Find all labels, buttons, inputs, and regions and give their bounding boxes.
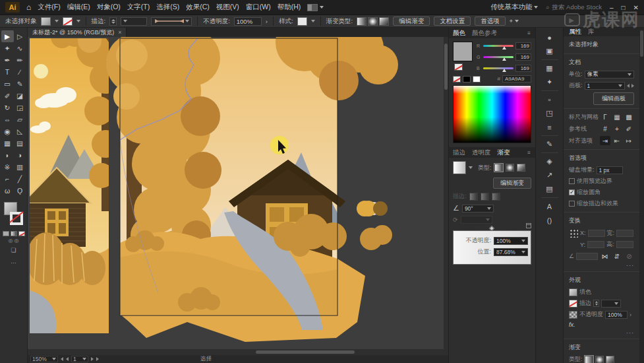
stroke-indicator[interactable] (10, 212, 23, 225)
scale-tool[interactable]: ◲ (14, 102, 26, 114)
artboard-select[interactable]: 1 (585, 82, 625, 90)
artboard-tool[interactable]: ⌐ (1, 173, 14, 185)
properties-scrollbar[interactable] (639, 28, 644, 363)
opacity-field[interactable]: 100% (234, 17, 262, 26)
zoom-level-select[interactable]: 150% (30, 356, 58, 362)
red-slider[interactable] (483, 45, 513, 47)
transform-more-options[interactable]: ··· (564, 262, 639, 269)
grid-icon[interactable]: ▦ (612, 112, 622, 121)
appearance-stroke-swatch[interactable] (569, 300, 577, 308)
appearance-fill-swatch[interactable] (569, 288, 577, 296)
appearance-more-options[interactable]: ··· (564, 329, 639, 336)
radial-gradient-button[interactable] (595, 356, 604, 363)
lasso-tool[interactable]: ∿ (14, 42, 26, 54)
red-value-field[interactable]: 169 (515, 42, 531, 50)
panel-menu-icon[interactable]: ≡ (527, 30, 531, 36)
image-trace-panel-icon[interactable]: ▦ (540, 61, 560, 75)
line-segment-tool[interactable]: ∕ (14, 66, 26, 78)
color-spectrum[interactable] (453, 85, 531, 143)
asset-export-panel-icon[interactable]: ▤ (540, 182, 560, 196)
pen-tool[interactable]: ✒ (1, 54, 14, 66)
stroke-swatch[interactable] (63, 17, 73, 26)
export-panel-icon[interactable]: ↗ (540, 168, 560, 182)
keyboard-increment-field[interactable]: 1 px (597, 166, 623, 174)
stop-location-select[interactable]: 87.68% (494, 248, 528, 256)
paintbrush-tool[interactable]: ✎ (14, 78, 26, 90)
freeform-gradient-button[interactable] (379, 17, 389, 26)
pointer-options[interactable]: ⌖ (510, 17, 519, 25)
minimize-button[interactable]: – (610, 4, 614, 11)
color-stroke-proxy[interactable] (454, 63, 463, 71)
tab-close-icon[interactable]: × (118, 29, 121, 36)
app-logo[interactable]: Ai (5, 2, 20, 13)
edit-artboards-button[interactable]: 编辑画板 (593, 92, 634, 105)
draw-normal-icon[interactable]: ◎ (9, 238, 13, 244)
hand-tool[interactable]: ω (1, 185, 14, 197)
layers-panel-icon[interactable]: ◈ (540, 154, 560, 168)
appearance-opacity-field[interactable]: 100% (605, 311, 628, 319)
rotate-angle-field[interactable] (576, 253, 598, 260)
menu-edit[interactable]: 编辑(E) (67, 3, 90, 12)
pencil-tool[interactable]: ✐ (1, 90, 14, 102)
symbol-sprayer-tool[interactable]: ※ (1, 161, 14, 173)
character-panel-icon[interactable]: A (540, 199, 560, 213)
x-field[interactable] (588, 230, 605, 237)
gradient-mode-button[interactable] (11, 231, 17, 236)
linear-gradient-button[interactable] (357, 17, 366, 26)
curvature-tool[interactable]: ✏ (14, 54, 26, 66)
next-artboard-icon[interactable] (631, 84, 634, 88)
prev-artboard-icon[interactable] (66, 357, 69, 361)
canvas[interactable] (28, 37, 448, 349)
rectangle-tool[interactable]: ▭ (1, 78, 14, 90)
black-swatch[interactable] (463, 76, 471, 82)
blue-slider[interactable] (483, 67, 513, 69)
menu-effect[interactable]: 效果(C) (186, 3, 210, 12)
rotate-tool[interactable]: ↻ (1, 102, 14, 114)
canvas-artwork[interactable] (28, 37, 448, 349)
rulers-icon[interactable]: Γ (600, 112, 610, 121)
eraser-tool[interactable]: ◪ (14, 90, 26, 102)
blue-value-field[interactable]: 169 (515, 65, 531, 72)
symbols-panel-icon[interactable]: ✦ (540, 75, 560, 89)
color-panel-icon[interactable]: ● (540, 30, 560, 44)
panel-menu-icon[interactable]: ≡ (527, 150, 531, 156)
eyedropper-tool[interactable]: ◗ (1, 149, 14, 161)
stop-opacity-select[interactable]: 100% (494, 237, 528, 245)
brushes-panel-icon[interactable]: ✎ (540, 137, 560, 151)
delete-stop-icon[interactable] (526, 223, 531, 228)
transform-panel-icon[interactable]: ▫ (540, 92, 560, 106)
radial-gradient-button[interactable] (368, 17, 378, 26)
tab-gradient[interactable]: 渐变 (498, 148, 510, 157)
gradient-stop[interactable] (489, 226, 494, 231)
menu-file[interactable]: 文件(F) (38, 3, 60, 12)
gradient-slider[interactable]: 不透明度: 100% 位置: 87.68% (453, 230, 531, 265)
selection-tool[interactable]: ▶ (1, 30, 14, 42)
free-transform-tool[interactable]: ▱ (14, 114, 26, 125)
tab-libraries[interactable]: 库 (588, 28, 595, 36)
left-artboard-artwork[interactable] (28, 37, 121, 333)
gradient-tool[interactable]: ▤ (14, 137, 26, 149)
linear-gradient-button[interactable] (494, 164, 503, 172)
none-swatch[interactable] (453, 76, 461, 82)
artboard-nav-select[interactable]: 1 (71, 356, 88, 362)
width-profile-select[interactable] (151, 17, 192, 26)
document-tab[interactable]: 未标题-2* @ 150% (RGB/预览) × (28, 28, 127, 37)
menu-type[interactable]: 文字(T) (127, 3, 150, 12)
maximize-button[interactable]: □ (622, 4, 626, 11)
tab-transparency[interactable]: 透明度 (472, 148, 491, 157)
green-slider[interactable] (483, 56, 513, 58)
perspective-grid-tool[interactable]: ◺ (14, 125, 26, 137)
tab-color[interactable]: 颜色 (453, 29, 465, 38)
tab-stroke[interactable]: 描边 (453, 148, 465, 157)
menu-object[interactable]: 对象(O) (97, 3, 121, 12)
blend-tool[interactable]: ◑ (14, 149, 26, 161)
slice-tool[interactable]: ╱ (14, 173, 26, 185)
stroke-weight-select[interactable] (601, 300, 621, 308)
color-fill-proxy[interactable] (453, 42, 473, 61)
green-value-field[interactable]: 169 (515, 53, 531, 61)
close-button[interactable]: ✕ (633, 4, 639, 11)
units-select[interactable]: 像素 (585, 71, 634, 79)
menu-help[interactable]: 帮助(H) (278, 3, 301, 12)
smart-guides-icon[interactable]: ✐ (624, 124, 634, 133)
stroke-weight-stepper[interactable] (593, 300, 599, 307)
